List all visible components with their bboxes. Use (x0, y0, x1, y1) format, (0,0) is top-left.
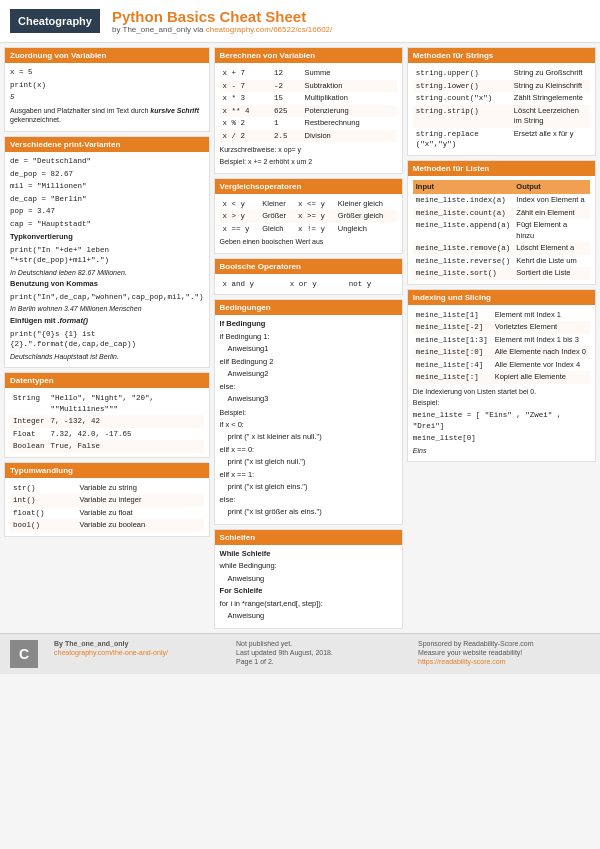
section-vergleich-header: Vergleichsoperatoren (215, 179, 402, 194)
footer-logo: C (10, 640, 38, 668)
section-zuordnung-header: Zuordnung von Variablen (5, 48, 209, 63)
section-zuordnung: Zuordnung von Variablen x = 5 print(x) 5… (4, 47, 210, 132)
footer: C By The_one_and_only cheatography.com/t… (0, 633, 600, 674)
section-datentypen-header: Datentypen (5, 373, 209, 388)
footer-updated: Last updated 9th August, 2018. (236, 649, 408, 656)
section-listen-header: Methoden für Listen (408, 161, 595, 176)
section-typumwandlung: Typumwandlung str()Variable zu string in… (4, 462, 210, 537)
section-zuordnung-body: x = 5 print(x) 5 Ausgaben und Platzhalte… (5, 63, 209, 131)
section-berechnen-header: Berechnen von Variablen (215, 48, 402, 63)
section-print-body: de = "Deutschland" de_pop = 82.67 mil = … (5, 152, 209, 367)
footer-sponsor: Sponsored by Readability-Score.com (418, 640, 590, 647)
section-typumwandlung-body: str()Variable zu string int()Variable zu… (5, 478, 209, 536)
section-berechnen-body: x + 712Summe x - 7-2Subtraktion x * 315M… (215, 63, 402, 173)
footer-center: Not published yet. Last updated 9th Augu… (236, 640, 408, 667)
section-berechnen: Berechnen von Variablen x + 712Summe x -… (214, 47, 403, 174)
footer-author: By The_one_and_only (54, 640, 226, 647)
listen-table: InputOutput meine_liste.index(a)Index vo… (413, 180, 590, 280)
vergleich-table: x < yKleinerx <= yKleiner gleich x > yGr… (220, 198, 397, 236)
section-bool-ops-body: x and yx or ynot y (215, 274, 402, 295)
bool-ops-table: x and yx or ynot y (220, 278, 397, 291)
section-indexing-header: Indexing und Slicing (408, 290, 595, 305)
footer-author-link[interactable]: cheatography.com/the-one-and-only/ (54, 649, 168, 656)
section-datentypen: Datentypen String"Hello", "Night", "20",… (4, 372, 210, 458)
footer-right: Sponsored by Readability-Score.com Measu… (418, 640, 590, 665)
section-strings: Methoden für Strings string.upper()Strin… (407, 47, 596, 156)
indexing-table: meine_liste[1]Element mit Index 1 meine_… (413, 309, 590, 384)
section-bedingungen-body: If Bedingung if Bedingung 1: Anweisung1 … (215, 315, 402, 523)
section-listen-body: InputOutput meine_liste.index(a)Index vo… (408, 176, 595, 284)
footer-measure: Measure your website readability! (418, 649, 590, 656)
footer-page: Page 1 of 2. (236, 658, 408, 665)
section-typumwandlung-header: Typumwandlung (5, 463, 209, 478)
footer-sponsor-link[interactable]: https://readability-score.com (418, 658, 506, 665)
header-link[interactable]: cheatography.com/66522/cs/16602/ (206, 25, 333, 34)
section-strings-header: Methoden für Strings (408, 48, 595, 63)
column-1: Zuordnung von Variablen x = 5 print(x) 5… (4, 47, 210, 629)
section-strings-body: string.upper()String zu Großschrift stri… (408, 63, 595, 155)
datentypen-table: String"Hello", "Night", "20", ""Multilin… (10, 392, 204, 453)
section-schleifen: Schleifen While Schleife while Bedingung… (214, 529, 403, 629)
section-vergleich: Vergleichsoperatoren x < yKleinerx <= yK… (214, 178, 403, 254)
section-print: Verschiedene print-Varianten de = "Deuts… (4, 136, 210, 368)
footer-left: By The_one_and_only cheatography.com/the… (54, 640, 226, 656)
section-listen: Methoden für Listen InputOutput meine_li… (407, 160, 596, 285)
column-2: Berechnen von Variablen x + 712Summe x -… (214, 47, 403, 629)
main-content: Zuordnung von Variablen x = 5 print(x) 5… (0, 43, 600, 633)
section-schleifen-body: While Schleife while Bedingung: Anweisun… (215, 545, 402, 628)
strings-table: string.upper()String zu Großschrift stri… (413, 67, 590, 151)
section-bool-ops-header: Booische Operatoren (215, 259, 402, 274)
section-schleifen-header: Schleifen (215, 530, 402, 545)
header: Cheatography Python Basics Cheat Sheet b… (0, 0, 600, 43)
typumwandlung-table: str()Variable zu string int()Variable zu… (10, 482, 204, 532)
section-vergleich-body: x < yKleinerx <= yKleiner gleich x > yGr… (215, 194, 402, 253)
header-subtitle: by The_one_and_only via cheatography.com… (112, 25, 332, 34)
section-indexing: Indexing und Slicing meine_liste[1]Eleme… (407, 289, 596, 463)
footer-publish-status: Not published yet. (236, 640, 408, 647)
berechnen-table: x + 712Summe x - 7-2Subtraktion x * 315M… (220, 67, 397, 142)
section-bedingungen: Bedingungen If Bedingung if Bedingung 1:… (214, 299, 403, 524)
section-bedingungen-header: Bedingungen (215, 300, 402, 315)
header-title-block: Python Basics Cheat Sheet by The_one_and… (112, 8, 332, 34)
section-datentypen-body: String"Hello", "Night", "20", ""Multilin… (5, 388, 209, 457)
section-print-header: Verschiedene print-Varianten (5, 137, 209, 152)
page-title: Python Basics Cheat Sheet (112, 8, 332, 25)
column-3: Methoden für Strings string.upper()Strin… (407, 47, 596, 629)
section-bool-ops: Booische Operatoren x and yx or ynot y (214, 258, 403, 296)
section-indexing-body: meine_liste[1]Element mit Index 1 meine_… (408, 305, 595, 462)
logo: Cheatography (10, 9, 100, 33)
